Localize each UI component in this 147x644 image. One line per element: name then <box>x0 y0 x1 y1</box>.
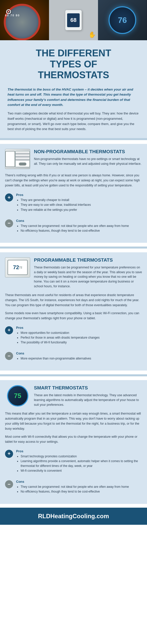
section1-desc: Non-programmable thermostats have no pre… <box>34 157 142 166</box>
section1-body-p1: There's nothing wrong with this if you o… <box>5 173 142 188</box>
section2-pros-label: Pros <box>16 326 142 330</box>
list-item: They cannot be programmed: not ideal for… <box>21 485 142 489</box>
section1-cons-label: Cons <box>16 219 142 223</box>
main-title: THE DIFFERENT TYPES OF THERMOSTATS <box>10 48 137 81</box>
section3-title-block: SMART THERMOSTATS These are the latest m… <box>34 385 142 407</box>
section3-pros-content: Pros Smart technology promotes customiza… <box>16 449 142 473</box>
section3-body-p2: Most come with Wi-fi connectivity that a… <box>5 434 142 444</box>
list-item: More opportunities for customization <box>21 331 142 335</box>
cons-minus-icon-2: − <box>5 352 13 360</box>
section3-body-p1: This means that after you set the temper… <box>5 411 142 431</box>
section2-body-p2: Some models now even have smartphone com… <box>5 311 142 321</box>
list-item: No efficiency features, though they tend… <box>21 228 142 233</box>
section2-desc: These thermostats can be programmed for … <box>34 265 142 289</box>
cons-minus-icon-3: − <box>5 480 13 488</box>
section3-thumbnail: 75 <box>7 385 28 407</box>
pros-plus-icon-3: + <box>5 450 13 458</box>
section3-pros: + Pros Smart technology promotes customi… <box>4 447 143 475</box>
list-item: They are easy to use with clear, traditi… <box>21 203 142 207</box>
section1-title-block: NON-PROGRAMMABLE THERMOSTATS Non-program… <box>34 149 142 166</box>
section3-pros-list: Smart technology promotes customization … <box>16 454 142 473</box>
list-item: They cannot be programmed: not ideal for… <box>21 224 142 228</box>
section2-title-block: PROGRAMMABLE THERMOSTATS These thermosta… <box>34 257 142 289</box>
list-item: No efficiency features, though they tend… <box>21 489 142 494</box>
divider-3 <box>0 374 147 376</box>
intro-italic: The thermostat is the boss of the HVAC s… <box>8 87 139 107</box>
section3-cons-content: Cons They cannot be programmed: not idea… <box>16 480 142 494</box>
section3-body: This means that after you set the temper… <box>0 411 147 444</box>
list-item: Smart technology promotes customization <box>21 454 142 459</box>
section3-pros-cons: + Pros Smart technology promotes customi… <box>0 447 147 496</box>
hand-icon: ✋ <box>88 31 96 38</box>
list-item: The possibility of Wi-fi functionality <box>21 340 142 345</box>
section-programmable: 72 72 PROGRAMMABLE THERMOSTATS These the… <box>0 252 147 371</box>
footer: RLDHeatingCooling.com <box>0 508 147 525</box>
footer-brand: RLDHeatingCooling.com <box>5 513 142 520</box>
section1-body: There's nothing wrong with this if you o… <box>0 173 147 188</box>
section1-header: NON-PROGRAMMABLE THERMOSTATS Non-program… <box>0 144 147 173</box>
section2-pros: + Pros More opportunities for customizat… <box>4 324 143 347</box>
section1-pros-label: Pros <box>16 193 142 197</box>
section-smart: 75 SMART THERMOSTATS These are the lates… <box>0 380 147 504</box>
section3-desc: These are the latest models in thermosta… <box>34 393 142 407</box>
section3-pros-label: Pros <box>16 449 142 453</box>
section1-pros-content: Pros They are generally cheaper to insta… <box>16 193 142 212</box>
nonprog-device-img <box>15 151 30 167</box>
divider-2 <box>0 247 147 249</box>
section1-pros-list: They are generally cheaper to install Th… <box>16 198 142 212</box>
intro-section: The thermostat is the boss of the HVAC s… <box>0 87 147 138</box>
list-item: Wi-fi connectivity is convenient <box>21 468 142 473</box>
section2-cons-list: More expensive than non-programmable alt… <box>16 356 142 361</box>
hero-banner: ⊙ 68 ✋ 76 <box>0 0 147 40</box>
section1-title: NON-PROGRAMMABLE THERMOSTATS <box>34 149 142 155</box>
hero-image-analog: ⊙ <box>0 0 49 40</box>
list-item: They are reliable at the settings you pr… <box>21 208 142 212</box>
pros-plus-icon-2: + <box>5 326 13 334</box>
section1-thumbnail <box>5 149 30 169</box>
section1-pros-cons: + Pros They are generally cheaper to ins… <box>0 191 147 235</box>
section2-pros-cons: + Pros More opportunities for customizat… <box>0 324 147 363</box>
section1-cons-content: Cons They cannot be programmed: not idea… <box>16 219 142 233</box>
smart-thermostat-circle: 76 <box>109 6 136 34</box>
digital-thermostat-device: 68 <box>65 10 82 30</box>
section2-title: PROGRAMMABLE THERMOSTATS <box>34 257 142 263</box>
divider-1 <box>0 138 147 140</box>
section2-pros-content: Pros More opportunities for customizatio… <box>16 326 142 345</box>
section2-pros-list: More opportunities for customization Per… <box>16 331 142 345</box>
section2-header: 72 72 PROGRAMMABLE THERMOSTATS These the… <box>0 252 147 293</box>
digital-display: 68 <box>67 13 80 27</box>
list-item: Perfect for those in areas with drastic … <box>21 335 142 340</box>
section2-cons-content: Cons More expensive than non-programmabl… <box>16 351 142 361</box>
section3-title: SMART THERMOSTATS <box>34 385 142 391</box>
section2-thumbnail: 72 72 <box>5 257 30 277</box>
pros-plus-icon: + <box>5 193 13 202</box>
section2-cons: − Cons More expensive than non-programma… <box>4 349 143 363</box>
section2-body-p1: These thermostats are most useful for re… <box>5 293 142 308</box>
prog-display: 72 72 <box>8 260 28 275</box>
list-item: Learning algorithms provide a convenient… <box>21 459 142 468</box>
intro-body: Two main categories decide what kind of … <box>8 111 139 132</box>
section2-cons-label: Cons <box>16 351 142 355</box>
section3-cons-label: Cons <box>16 480 142 484</box>
section1-pros: + Pros They are generally cheaper to ins… <box>4 191 143 214</box>
hero-image-smart: 76 <box>98 0 147 40</box>
section2-body: These thermostats are most useful for re… <box>0 293 147 321</box>
section3-header: 75 SMART THERMOSTATS These are the lates… <box>0 380 147 411</box>
title-section: THE DIFFERENT TYPES OF THERMOSTATS <box>0 40 147 87</box>
analog-tick-marks: ⊙ <box>6 8 11 16</box>
section3-cons-list: They cannot be programmed: not ideal for… <box>16 485 142 494</box>
hero-image-digital: 68 ✋ <box>49 0 98 40</box>
section3-thumb-wrapper: 75 <box>5 385 30 405</box>
list-item: More expensive than non-programmable alt… <box>21 356 142 361</box>
section-nonprogrammable: NON-PROGRAMMABLE THERMOSTATS Non-program… <box>0 144 147 243</box>
section3-cons: − Cons They cannot be programmed: not id… <box>4 478 143 496</box>
cons-minus-icon: − <box>5 219 13 227</box>
section1-cons-list: They cannot be programmed: not ideal for… <box>16 224 142 233</box>
section1-cons: − Cons They cannot be programmed: not id… <box>4 217 143 235</box>
list-item: They are generally cheaper to install <box>21 198 142 203</box>
